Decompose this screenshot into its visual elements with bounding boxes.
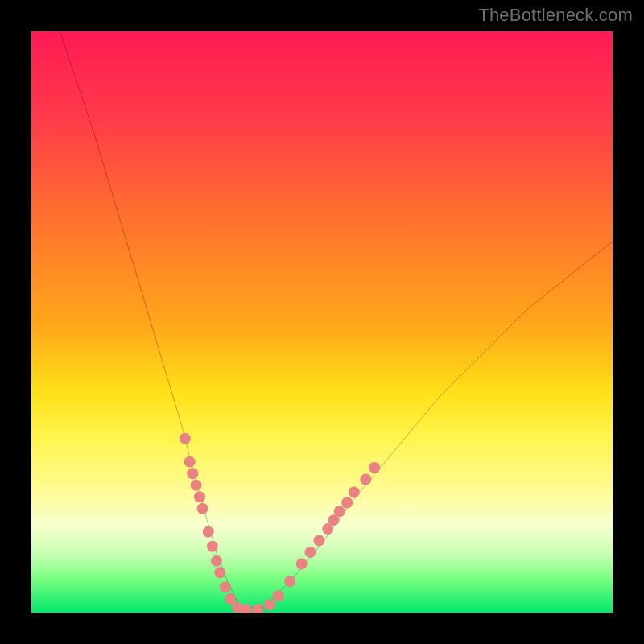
curve-marker [273,590,284,601]
curve-marker [194,491,205,502]
curve-marker [328,514,339,526]
curve-marker [180,433,191,444]
curve-marker [241,604,252,613]
bottleneck-curve [60,31,613,608]
curve-marker [232,602,243,613]
curve-marker [225,593,236,605]
curve-marker [197,503,208,514]
curve-marker [334,506,345,517]
curve-marker [184,456,196,468]
curve-marker [203,526,214,538]
curve-marker [220,581,231,592]
curve-marker [284,576,295,587]
curve-marker [207,541,218,552]
curve-marker [214,567,225,578]
chart-frame: TheBottleneck.com [0,0,644,644]
curve-marker [191,480,202,491]
curve-marker [296,558,308,569]
curve-marker [264,599,275,610]
watermark-text: TheBottleneck.com [478,5,633,26]
curve-marker [341,497,353,508]
curve-marker [349,486,360,497]
curve-markers [180,433,380,613]
curve-marker [187,468,198,479]
plot-area [31,31,613,613]
curve-marker [211,555,222,567]
curve-marker [305,547,316,558]
curve-marker [313,535,324,546]
curve-marker [322,523,333,535]
curve-marker [360,473,371,485]
curve-marker [252,604,263,613]
curve-marker [369,462,380,473]
curve-layer [31,31,613,613]
